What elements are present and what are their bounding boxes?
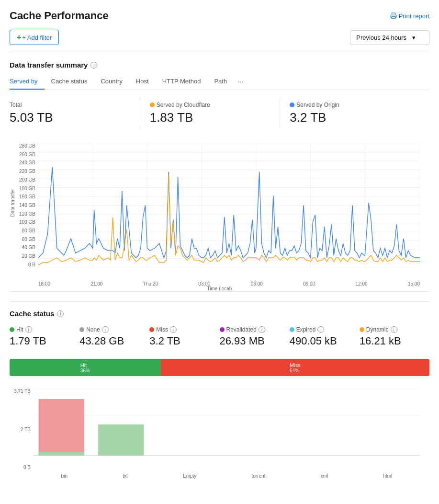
- line-chart-container: 280 GB 260 GB 240 GB 220 GB 200 GB 180 G…: [10, 138, 429, 292]
- stat-origin: Served by Origin 3.2 TB: [290, 98, 420, 129]
- stat-total-value: 5.03 TB: [10, 110, 130, 125]
- print-report-link[interactable]: Print report: [390, 12, 429, 20]
- add-filter-button[interactable]: + + Add filter: [10, 30, 59, 45]
- dynamic-dot: [360, 327, 364, 332]
- cache-stat-hit: Hit i 1.79 TB: [10, 322, 79, 351]
- txt-hit-bar: [98, 424, 144, 456]
- data-transfer-section: Data transfer summary i Served by Cache …: [10, 61, 429, 292]
- bar-hit: Hit 36%: [10, 359, 161, 376]
- tab-served-by[interactable]: Served by: [10, 74, 45, 90]
- cache-stat-none-label: None i: [79, 326, 143, 333]
- cache-stat-miss-value: 3.2 TB: [149, 335, 213, 347]
- tab-country[interactable]: Country: [94, 74, 129, 90]
- miss-dot: [149, 327, 154, 332]
- bar-miss: Miss 64%: [161, 359, 429, 376]
- stat-total-label: Total: [10, 102, 130, 108]
- tab-host[interactable]: Host: [129, 74, 156, 90]
- data-transfer-tabs: Served by Cache status Country Host HTTP…: [10, 74, 429, 90]
- toolbar: + + Add filter Previous 24 hours ▾: [10, 30, 429, 45]
- miss-info-icon[interactable]: i: [170, 326, 177, 333]
- plus-icon: +: [17, 33, 21, 42]
- cache-stat-dynamic-label: Dynamic i: [360, 326, 423, 333]
- cache-status-title: Cache status i: [10, 309, 429, 318]
- cache-stat-revalidated: Revalidated i 26.93 MB: [220, 322, 290, 351]
- cache-status-section: Cache status i Hit i 1.79 TB None i 43.2…: [10, 309, 429, 489]
- page-header: Cache Performance Print report: [10, 10, 429, 22]
- tab-http-method[interactable]: HTTP Method: [156, 74, 208, 90]
- column-chart-svg: [34, 389, 420, 470]
- revalidated-info-icon[interactable]: i: [259, 326, 265, 333]
- column-chart-container: 3.71 TB 2 TB 0 B bin txt: [10, 384, 429, 489]
- stat-origin-value: 3.2 TB: [290, 110, 410, 125]
- none-dot: [79, 327, 84, 332]
- dynamic-info-icon[interactable]: i: [391, 326, 397, 333]
- line-chart-svg: [38, 143, 420, 267]
- hit-info-icon[interactable]: i: [25, 326, 32, 333]
- cache-stat-expired-value: 490.05 kB: [290, 335, 353, 347]
- tab-cache-status[interactable]: Cache status: [45, 74, 94, 90]
- stat-cloudflare-value: 1.83 TB: [150, 110, 270, 125]
- cache-stat-miss: Miss i 3.2 TB: [149, 322, 219, 351]
- cache-stat-none: None i 43.28 GB: [79, 322, 149, 351]
- cache-stat-miss-label: Miss i: [149, 326, 213, 333]
- stat-origin-label: Served by Origin: [290, 102, 410, 108]
- cache-stat-dynamic-value: 16.21 kB: [360, 335, 423, 347]
- cache-status-info-icon[interactable]: i: [57, 310, 64, 317]
- data-transfer-title: Data transfer summary i: [10, 61, 429, 69]
- page-title: Cache Performance: [10, 10, 109, 22]
- cache-stat-dynamic: Dynamic i 16.21 kB: [360, 322, 429, 351]
- bin-hit-bar: [39, 452, 85, 456]
- chevron-down-icon: ▾: [412, 34, 416, 41]
- column-chart-area: bin txt Empty torrent xml html: [34, 389, 420, 470]
- line-chart-area: [38, 143, 420, 267]
- expired-info-icon[interactable]: i: [317, 326, 324, 333]
- data-transfer-info-icon[interactable]: i: [90, 62, 97, 69]
- tab-more[interactable]: ···: [234, 74, 247, 90]
- svg-rect-0: [392, 16, 395, 19]
- stacked-bar-chart: Hit 36% Miss 64%: [10, 359, 429, 376]
- stat-cloudflare: Served by Cloudflare 1.83 TB: [150, 98, 281, 129]
- print-icon: [390, 12, 397, 19]
- y-axis-label: Data transfer: [11, 189, 16, 217]
- cache-stat-none-value: 43.28 GB: [79, 335, 143, 347]
- column-x-labels: bin txt Empty torrent xml html: [34, 473, 420, 479]
- cache-stat-revalidated-value: 26.93 MB: [220, 335, 283, 347]
- divider-2: [10, 301, 429, 302]
- cache-stats-row: Hit i 1.79 TB None i 43.28 GB Miss i 3.2…: [10, 322, 429, 351]
- cloudflare-dot: [150, 103, 155, 107]
- origin-dot: [290, 103, 294, 107]
- stat-total: Total 5.03 TB: [10, 98, 140, 129]
- divider-1: [10, 53, 429, 53]
- none-info-icon[interactable]: i: [102, 326, 109, 333]
- stat-cloudflare-label: Served by Cloudflare: [150, 102, 270, 108]
- cache-stat-expired: Expired i 490.05 kB: [290, 322, 360, 351]
- expired-dot: [290, 327, 294, 332]
- cache-stat-hit-label: Hit i: [10, 326, 73, 333]
- stats-row: Total 5.03 TB Served by Cloudflare 1.83 …: [10, 98, 429, 129]
- revalidated-dot: [220, 327, 225, 332]
- time-selector[interactable]: Previous 24 hours ▾: [350, 30, 429, 45]
- cache-stat-hit-value: 1.79 TB: [10, 335, 73, 347]
- cache-stat-revalidated-label: Revalidated i: [220, 326, 283, 333]
- hit-dot: [10, 327, 14, 332]
- cache-stat-expired-label: Expired i: [290, 326, 353, 333]
- bin-miss-bar: [39, 399, 85, 456]
- tab-path[interactable]: Path: [207, 74, 234, 90]
- column-y-labels: 3.71 TB 2 TB 0 B: [10, 389, 33, 470]
- x-axis-label: Time (local): [207, 286, 232, 291]
